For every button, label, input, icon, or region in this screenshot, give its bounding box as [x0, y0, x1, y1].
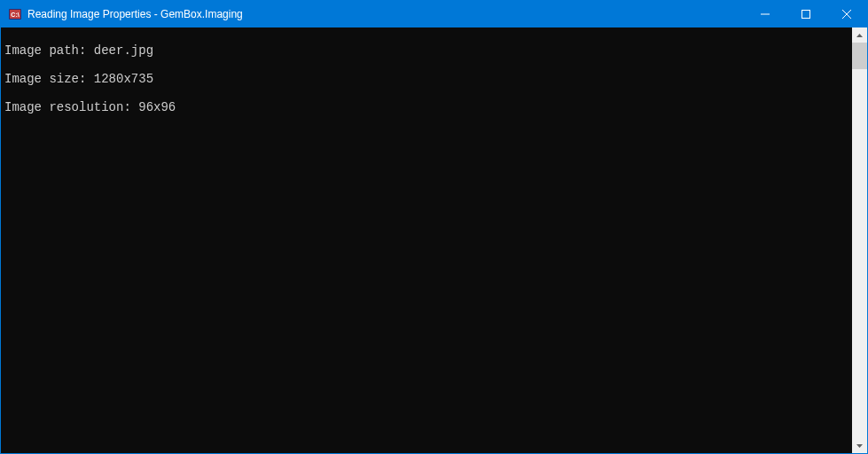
app-icon: C:\	[8, 7, 22, 21]
titlebar[interactable]: C:\ Reading Image Properties - GemBox.Im…	[1, 1, 867, 27]
scroll-down-arrow-icon[interactable]	[852, 438, 867, 453]
console-line: Image size: 1280x735	[4, 72, 848, 86]
scroll-thumb[interactable]	[852, 43, 867, 69]
vertical-scrollbar[interactable]	[852, 27, 867, 453]
close-button[interactable]	[826, 1, 867, 27]
svg-rect-4	[802, 11, 810, 19]
console-line: Image path: deer.jpg	[4, 43, 848, 58]
window-title: Reading Image Properties - GemBox.Imagin…	[27, 8, 745, 20]
minimize-button[interactable]	[745, 1, 786, 27]
scroll-up-arrow-icon[interactable]	[852, 27, 867, 43]
maximize-button[interactable]	[786, 1, 826, 27]
svg-text:C:\: C:\	[11, 12, 19, 18]
console-output[interactable]: Image path: deer.jpg Image size: 1280x73…	[1, 27, 852, 453]
scroll-track[interactable]	[852, 43, 867, 438]
console-line: Image resolution: 96x96	[4, 100, 848, 114]
window-controls	[745, 1, 867, 27]
client-area: Image path: deer.jpg Image size: 1280x73…	[1, 27, 867, 453]
window-frame: C:\ Reading Image Properties - GemBox.Im…	[0, 0, 868, 454]
